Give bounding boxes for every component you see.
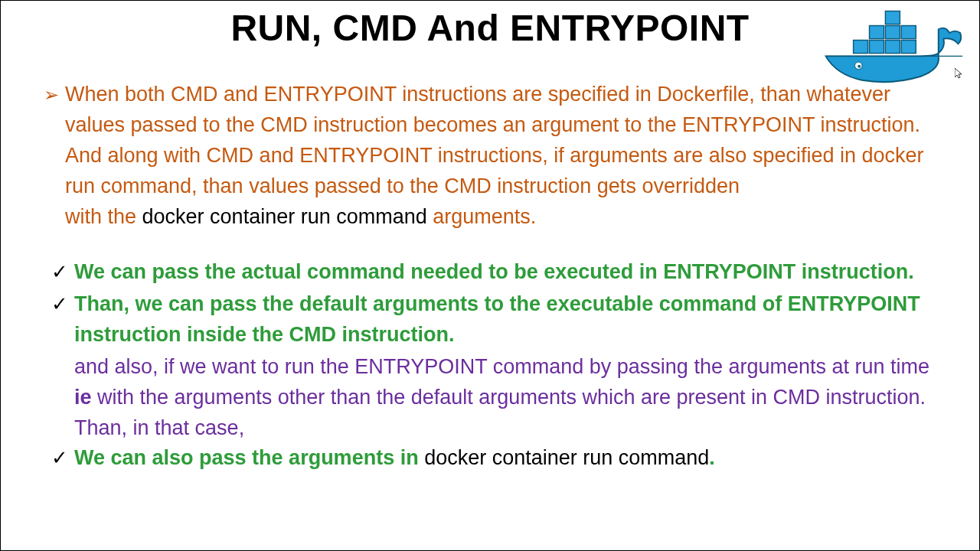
bullet-main: When both CMD and ENTRYPOINT instruction… — [48, 80, 949, 233]
svg-point-9 — [858, 65, 861, 68]
svg-rect-4 — [870, 26, 884, 39]
slide-body: When both CMD and ENTRYPOINT instruction… — [1, 49, 979, 474]
check3-c: . — [709, 446, 715, 469]
svg-rect-6 — [901, 26, 916, 39]
docker-logo-icon — [818, 4, 964, 88]
purple-b: ie — [74, 386, 92, 409]
svg-rect-7 — [885, 11, 900, 24]
check-item-1: We can pass the actual command needed to… — [48, 257, 949, 288]
svg-rect-3 — [901, 41, 916, 54]
mouse-cursor-icon — [955, 68, 962, 81]
purple-a: and also, if we want to run the ENTRYPOI… — [74, 355, 929, 378]
check1-text: We can pass the actual command needed to… — [74, 260, 914, 283]
purple-para: and also, if we want to run the ENTRYPOI… — [48, 352, 949, 444]
check-item-3: We can also pass the arguments in docker… — [48, 443, 949, 474]
svg-rect-2 — [885, 41, 900, 54]
check-item-2: Than, we can pass the default arguments … — [48, 289, 949, 350]
check3-a: We can also pass the arguments in — [74, 446, 424, 469]
para1-l3b: docker container run command — [142, 205, 433, 228]
svg-rect-0 — [854, 41, 868, 54]
para1-line1: When both CMD and ENTRYPOINT instruction… — [65, 83, 920, 136]
check2-text: Than, we can pass the default arguments … — [74, 292, 920, 346]
purple-c: with the arguments other than the defaul… — [74, 386, 926, 439]
svg-rect-1 — [870, 41, 884, 54]
para1-l3a: with the — [65, 205, 142, 228]
svg-rect-5 — [885, 26, 900, 39]
check3-b: docker container run command — [424, 446, 709, 469]
para1-l3c: arguments. — [433, 205, 536, 228]
para1-line2: And along with CMD and ENTRYPOINT instru… — [65, 144, 924, 197]
